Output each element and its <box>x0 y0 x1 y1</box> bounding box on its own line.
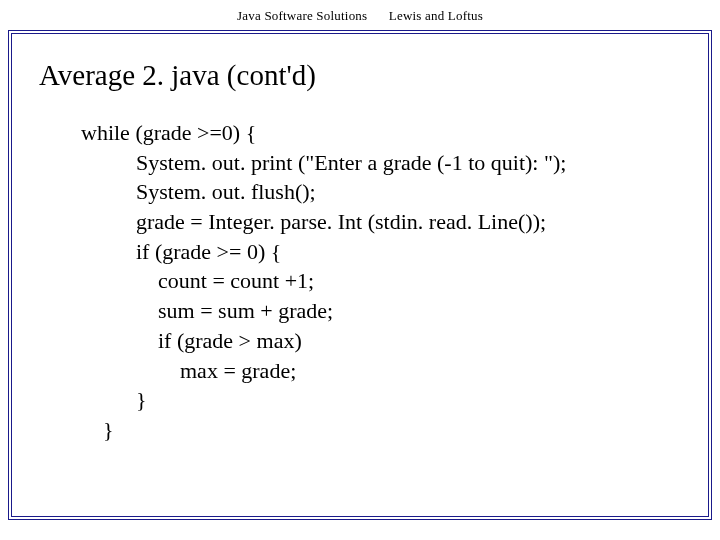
code-block: while (grade >=0) { System. out. print (… <box>81 118 681 445</box>
header-left: Java Software Solutions <box>237 8 367 24</box>
slide: Java Software Solutions Lewis and Loftus… <box>0 0 720 540</box>
content-frame: Average 2. java (cont'd) while (grade >=… <box>8 30 712 520</box>
header-right: Lewis and Loftus <box>389 8 483 24</box>
content-inner: Average 2. java (cont'd) while (grade >=… <box>15 37 705 513</box>
slide-title: Average 2. java (cont'd) <box>39 59 681 92</box>
slide-header: Java Software Solutions Lewis and Loftus <box>8 8 712 24</box>
